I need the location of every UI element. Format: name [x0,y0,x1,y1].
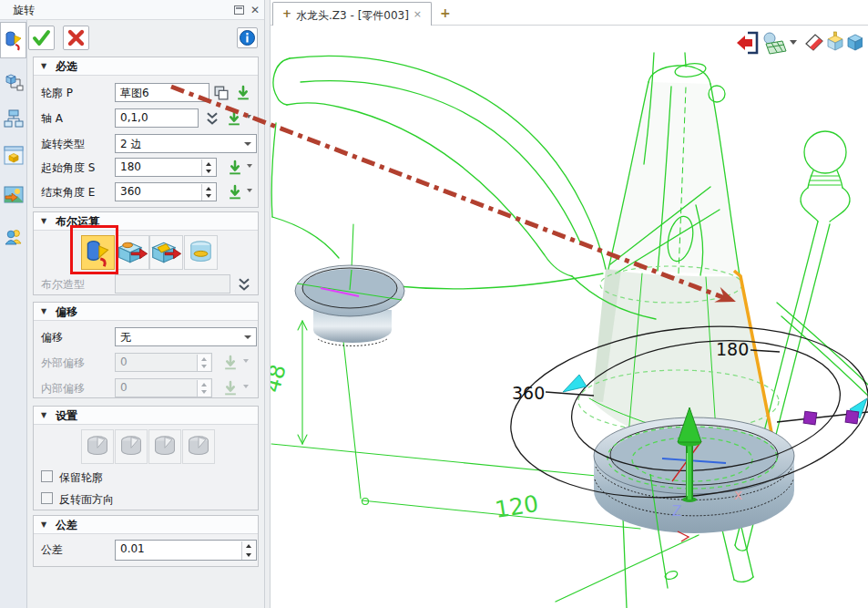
start-angle-label: 起始角度 S [41,160,95,176]
options-arrow-disabled [243,359,249,363]
new-tab-button[interactable]: + [440,5,451,20]
start-options-arrow[interactable] [247,164,252,168]
tolerance-row: 公差 0.01 [34,540,258,560]
tab-close-icon[interactable]: × [414,8,422,20]
float-panel-icon[interactable] [234,5,244,15]
close-panel-icon[interactable]: ✕ [249,3,261,17]
dim-height-text[interactable]: 48 [271,362,291,396]
pick-start-icon[interactable] [227,160,243,176]
collapse-icon: ▼ [41,57,46,76]
section-tolerance: ▼ 公差 公差 0.01 [33,515,259,567]
revolve-tool-icon[interactable] [3,28,25,52]
axis-input[interactable]: 0,1,0 [115,108,199,128]
panel-titlebar[interactable]: 旋转 ✕ [0,0,264,20]
collapse-icon: ▼ [41,407,46,425]
axis-options-arrow[interactable] [246,115,251,119]
pick-end-icon[interactable] [227,184,243,201]
pick-axis-icon[interactable] [226,110,242,127]
section-settings-header[interactable]: ▼ 设置 [34,407,258,425]
eraser-icon[interactable] [806,35,822,50]
document-tab[interactable]: + 水龙头.Z3 - [零件003] × [272,2,432,26]
cancel-button[interactable] [63,26,89,50]
users-tool-icon[interactable] [3,226,25,248]
info-icon [238,28,257,47]
viewport-3d[interactable]: 360 180 48 120 X Z [271,26,868,608]
boolean-intersect-icon [185,236,217,269]
start-angle-spinner[interactable] [201,160,215,176]
expand-chevrons-icon[interactable] [204,111,220,128]
visualize-tool-icon[interactable] [3,144,25,168]
info-button[interactable] [237,27,258,48]
tab-title: 水龙头.Z3 - [零件003] [296,8,409,24]
shaded-display-icon[interactable] [848,35,863,50]
keep-profile-row: 保留轮廓 [34,469,258,489]
flip-face-label: 反转面方向 [59,492,114,508]
inner-offset-input[interactable]: 0 [115,378,212,397]
revolve-preview-surface[interactable] [592,82,779,469]
boolean-add-button[interactable] [116,235,149,270]
section-offset-header[interactable]: ▼ 偏移 [34,303,258,321]
section-boolean-header[interactable]: ▼ 布尔运算 [34,212,258,231]
axis-z-label: Z [672,503,681,520]
end-angle-input[interactable]: 360 [115,182,217,201]
tolerance-input[interactable]: 0.01 [115,540,257,561]
render-tool-icon[interactable] [3,184,25,206]
offset-mode-combo[interactable]: 无 [115,327,257,346]
section-tolerance-header[interactable]: ▼ 公差 [34,516,258,534]
boolean-remove-button[interactable] [149,235,183,270]
setting-option2-button[interactable] [115,429,148,464]
section-offset: ▼ 偏移 偏移 无 外部偏移 0 [33,302,259,398]
profile-value: 草图6 [120,87,149,99]
angle-handle-square-1[interactable] [803,411,817,425]
label-leader-360 [546,392,594,396]
manage-tool-icon[interactable] [3,71,25,93]
exit-sketch-icon[interactable] [737,33,757,53]
end-options-arrow[interactable] [247,189,252,192]
document-tabbar: + 水龙头.Z3 - [零件003] × + [271,0,868,26]
boolean-intersect-button[interactable] [184,235,218,270]
boolean-shape-input[interactable] [115,274,230,294]
knob-disc[interactable] [295,265,404,345]
inner-offset-spinner [197,380,210,397]
show-target-icon[interactable] [828,32,842,50]
setting-option3-button[interactable] [148,429,181,464]
setting-option1-button[interactable] [81,429,114,464]
ok-button[interactable] [28,26,55,50]
copy-icon[interactable] [213,85,230,101]
pick-icon-disabled [222,380,239,397]
chevron-down-icon [244,142,251,146]
surface-display-icon[interactable] [764,33,797,54]
pick-from-list-icon[interactable] [235,85,251,101]
end-angle-label-3d[interactable]: 360 [512,383,545,403]
panel-splitter[interactable] [264,0,271,608]
history-tool-icon[interactable] [3,108,25,129]
check-icon [29,26,54,49]
angle-handle-square-2[interactable] [845,410,859,424]
expand-chevrons-icon[interactable] [236,277,252,294]
pick-icon-disabled [222,355,239,371]
start-angle-value: 180 [120,160,141,173]
panel-title: 旋转 [13,3,35,18]
tolerance-spinner[interactable] [241,541,255,560]
start-angle-input[interactable]: 180 [115,158,217,177]
flip-face-checkbox[interactable] [41,492,53,504]
section-title: 必选 [56,57,77,76]
end-angle-label: 结束角度 E [41,185,95,201]
collapse-icon: ▼ [41,303,46,321]
chevron-down-icon [244,335,251,339]
side-toolbar [0,20,27,608]
keep-profile-checkbox[interactable] [41,470,53,482]
start-angle-label-3d[interactable]: 180 [716,339,749,359]
tab-plus-icon[interactable]: + [282,7,291,20]
section-title: 公差 [56,516,77,534]
revolve-mode-icon [149,430,180,463]
setting-option4-button[interactable] [182,429,215,464]
outer-offset-input[interactable]: 0 [115,353,212,372]
outer-offset-spinner [197,355,210,371]
section-required-header[interactable]: ▼ 必选 [34,57,258,76]
end-angle-spinner[interactable] [201,184,215,201]
profile-input[interactable]: 草图6 [115,83,209,102]
revolve-mode-icon [82,430,113,463]
revolve-type-combo[interactable]: 2 边 [115,134,257,153]
boolean-add-icon [117,236,148,269]
